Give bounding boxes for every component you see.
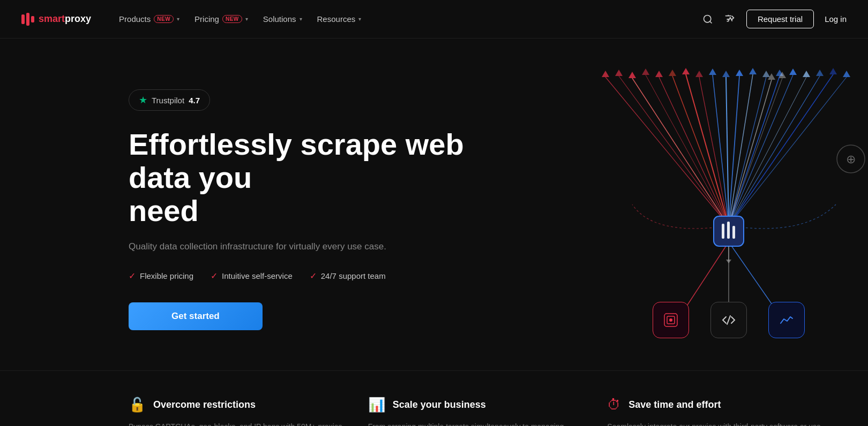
svg-rect-50 (732, 226, 735, 239)
svg-marker-17 (803, 71, 810, 77)
feature-item-scale: 📊 Scale your business From scraping mult… (368, 397, 608, 426)
hero-content: ★ Trustpilot 4.7 Effortlessly scrape web… (129, 89, 493, 330)
svg-line-40 (729, 74, 833, 226)
feature-title-3: Save time and effort (628, 399, 721, 410)
nav-solutions[interactable]: Solutions ▾ (257, 11, 309, 27)
svg-line-44 (683, 242, 729, 311)
icon-cards (653, 302, 805, 338)
svg-line-26 (646, 75, 729, 226)
svg-marker-18 (816, 70, 824, 76)
login-button[interactable]: Log in (825, 14, 847, 24)
feature-header-2: 📊 Scale your business (368, 397, 586, 413)
clock-icon: ⏱ (607, 397, 621, 413)
svg-marker-10 (709, 69, 716, 75)
hero-subtitle: Quality data collection infrastructure f… (129, 240, 493, 254)
hero-section: ★ Trustpilot 4.7 Effortlessly scrape web… (0, 39, 868, 349)
svg-line-43 (729, 78, 782, 226)
lock-icon: 🔓 (129, 397, 146, 413)
svg-line-24 (619, 76, 729, 226)
trustpilot-score: 4.7 (189, 96, 200, 105)
svg-line-28 (672, 76, 729, 226)
request-trial-button[interactable]: Request trial (746, 10, 814, 28)
features-section: 🔓 Overcome restrictions Bypass CAPTCHAs,… (0, 370, 868, 426)
navbar: smartproxy Products NEW ▾ Pricing NEW ▾ … (0, 0, 868, 39)
products-chevron-icon: ▾ (177, 16, 179, 22)
svg-line-41 (729, 77, 847, 226)
svg-marker-8 (682, 68, 690, 74)
icon-card-analytics (768, 302, 805, 338)
trustpilot-label: Trustpilot (152, 96, 184, 105)
resources-label: Resources (317, 14, 356, 24)
svg-marker-6 (655, 71, 663, 77)
svg-marker-2 (602, 71, 609, 77)
nav-products[interactable]: Products NEW ▾ (113, 11, 186, 27)
feature-title-2: Scale your business (393, 399, 486, 410)
logo-text: smartproxy (39, 13, 91, 25)
hero-feature-selfservice: ✓ Intuitive self-service (211, 271, 293, 281)
svg-line-39 (729, 76, 820, 226)
pricing-chevron-icon: ▾ (245, 16, 248, 22)
check-icon-1: ✓ (129, 271, 136, 281)
svg-line-23 (605, 77, 729, 226)
nav-resources[interactable]: Resources ▾ (311, 11, 368, 27)
svg-rect-49 (727, 222, 730, 239)
products-label: Products (119, 14, 151, 24)
trustpilot-star-icon: ★ (139, 94, 147, 106)
get-started-button[interactable]: Get started (129, 302, 263, 330)
hero-title-line1: Effortlessly scrape web data you (129, 127, 464, 194)
hero-feature-pricing: ✓ Flexible pricing (129, 271, 193, 281)
svg-rect-48 (722, 224, 724, 239)
svg-marker-5 (642, 69, 649, 75)
svg-marker-3 (615, 70, 623, 76)
svg-marker-13 (749, 68, 757, 74)
logo-bar-2 (26, 13, 29, 26)
pricing-badge: NEW (222, 15, 242, 23)
svg-line-42 (729, 80, 772, 226)
solutions-chevron-icon: ▾ (300, 16, 302, 22)
svg-marker-4 (628, 72, 636, 78)
svg-line-46 (729, 242, 777, 311)
search-button[interactable] (702, 14, 713, 25)
svg-marker-19 (829, 68, 837, 74)
svg-line-36 (729, 76, 780, 226)
icon-card-code (710, 302, 747, 338)
logo-icon (21, 13, 34, 26)
trustpilot-badge: ★ Trustpilot 4.7 (129, 89, 210, 111)
svg-line-1 (710, 21, 712, 23)
feature-header-3: ⏱ Save time and effort (607, 397, 825, 413)
feature-desc-2: From scraping multiple targets simultane… (368, 421, 586, 426)
hero-feature-support: ✓ 24/7 support team (310, 271, 386, 281)
chart-icon: 📊 (368, 397, 385, 413)
svg-line-58 (727, 316, 730, 324)
svg-marker-11 (722, 71, 730, 77)
nav-links: Products NEW ▾ Pricing NEW ▾ Solutions ▾… (113, 11, 702, 27)
products-badge: NEW (154, 15, 174, 23)
svg-line-27 (659, 77, 729, 226)
resources-chevron-icon: ▾ (358, 16, 361, 22)
feature-desc-3: Seamlessly integrate our proxies with th… (607, 421, 825, 426)
svg-point-57 (669, 318, 672, 322)
logo-bar-3 (31, 16, 34, 22)
nav-actions: Request trial Log in (702, 10, 847, 28)
logo-bar-1 (21, 14, 25, 24)
translate-button[interactable] (724, 13, 736, 25)
svg-marker-14 (762, 71, 770, 77)
svg-line-29 (686, 74, 729, 226)
svg-marker-9 (695, 71, 703, 77)
feature-label-2: Intuitive self-service (222, 271, 293, 280)
feature-item-restrictions: 🔓 Overcome restrictions Bypass CAPTCHAs,… (129, 397, 368, 426)
nav-pricing[interactable]: Pricing NEW ▾ (188, 11, 255, 27)
hero-title: Effortlessly scrape web data you need (129, 128, 493, 227)
hero-title-line2: need (129, 194, 199, 227)
feature-header-1: 🔓 Overcome restrictions (129, 397, 347, 413)
hero-visual: ⊕ (589, 65, 868, 349)
feature-label-1: Flexible pricing (140, 271, 193, 280)
svg-marker-52 (726, 260, 731, 263)
svg-marker-20 (843, 71, 850, 77)
feature-title-1: Overcome restrictions (153, 399, 256, 410)
solutions-label: Solutions (263, 14, 296, 24)
feature-label-3: 24/7 support team (321, 271, 386, 280)
pricing-label: Pricing (194, 14, 219, 24)
logo[interactable]: smartproxy (21, 13, 91, 26)
svg-marker-7 (669, 70, 676, 76)
